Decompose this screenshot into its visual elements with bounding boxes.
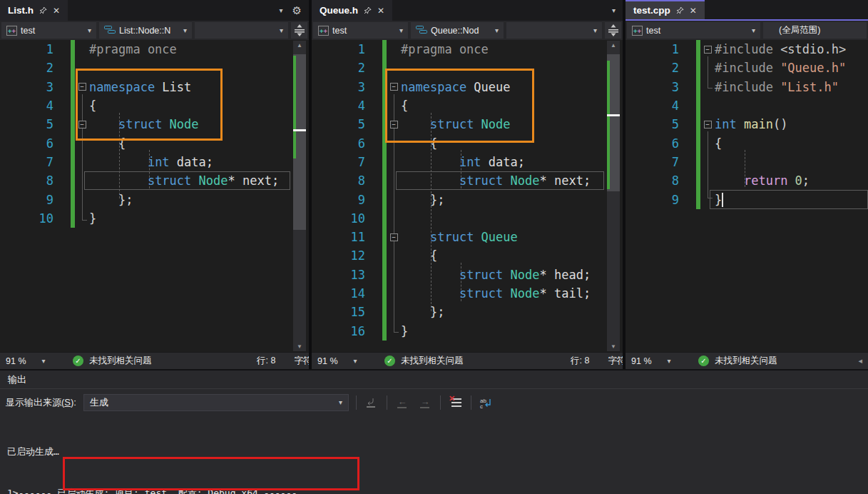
- line-number[interactable]: 3: [312, 80, 365, 94]
- split-editor-button[interactable]: [605, 22, 621, 39]
- line-number[interactable]: 4: [312, 99, 365, 113]
- line-number[interactable]: 6: [626, 136, 679, 151]
- fold-marker-icon[interactable]: −: [78, 83, 86, 91]
- scrollbar-up-icon[interactable]: ▲: [607, 42, 620, 49]
- tab-queue-h[interactable]: Queue.h ✕: [312, 0, 392, 21]
- code-line[interactable]: 11− struct Queue: [312, 228, 623, 246]
- pin-icon[interactable]: [676, 6, 684, 14]
- project-dropdown[interactable]: ++ test ▾: [313, 22, 408, 39]
- line-number[interactable]: 6: [0, 136, 53, 151]
- zoom-dropdown[interactable]: 91 %▾: [6, 356, 54, 366]
- code-line[interactable]: 4: [626, 96, 868, 115]
- code-line[interactable]: 5− struct Node: [0, 115, 309, 133]
- tab-list-h[interactable]: List.h ✕: [0, 0, 68, 21]
- close-icon[interactable]: ✕: [53, 6, 60, 16]
- close-icon[interactable]: ✕: [377, 6, 384, 16]
- code-line[interactable]: 2: [312, 59, 623, 77]
- line-number[interactable]: 1: [0, 42, 53, 56]
- line-number[interactable]: 5: [312, 117, 365, 131]
- fold-marker-icon[interactable]: −: [390, 83, 398, 91]
- output-log[interactable]: 已启动生成… 1>------ 已启动生成: 项目: test, 配置: Deb…: [0, 416, 868, 494]
- scope-dropdown[interactable]: Queue::Nod ▾: [411, 22, 504, 39]
- line-number[interactable]: 7: [0, 155, 53, 169]
- line-number[interactable]: 8: [626, 173, 679, 188]
- zoom-dropdown[interactable]: 91 %▾: [631, 356, 680, 366]
- project-dropdown[interactable]: ++ test ▾: [1, 22, 96, 39]
- clear-all-button[interactable]: ✕: [448, 395, 464, 410]
- pin-icon[interactable]: [39, 6, 47, 14]
- scrollbar-down-icon[interactable]: ▼: [293, 343, 306, 350]
- code-line[interactable]: 6 {: [0, 133, 309, 152]
- code-line[interactable]: 3−namespace Queue: [312, 78, 623, 96]
- line-number[interactable]: 8: [0, 173, 53, 188]
- line-number[interactable]: 15: [312, 305, 365, 319]
- code-line[interactable]: 6{: [626, 133, 868, 152]
- pin-icon[interactable]: [364, 6, 372, 14]
- chevron-down-icon[interactable]: ▾: [612, 7, 616, 14]
- line-number[interactable]: 16: [312, 324, 365, 338]
- goto-message-button[interactable]: [364, 395, 379, 410]
- fold-marker-icon[interactable]: −: [704, 121, 712, 128]
- close-icon[interactable]: ✕: [690, 6, 697, 16]
- code-editor[interactable]: 1#pragma once23−namespace Queue4{5− stru…: [312, 40, 623, 352]
- scrollbar-up-icon[interactable]: ▲: [293, 42, 306, 49]
- project-dropdown[interactable]: ++ test ▾: [627, 22, 760, 39]
- line-number[interactable]: 7: [626, 155, 679, 169]
- health-indicator[interactable]: ✓未找到相关问题: [73, 355, 152, 367]
- line-number[interactable]: 14: [312, 286, 365, 301]
- code-line[interactable]: 13 struct Node* head;: [312, 266, 623, 284]
- code-editor[interactable]: 1−#include <stdio.h>2#include "Queue.h"3…: [626, 40, 868, 352]
- code-line[interactable]: 10: [312, 209, 623, 228]
- chevron-down-icon[interactable]: ▾: [280, 7, 283, 14]
- line-number[interactable]: 12: [312, 248, 365, 263]
- fold-marker-icon[interactable]: −: [390, 233, 398, 241]
- scope-dropdown[interactable]: (全局范围): [763, 22, 867, 39]
- code-line[interactable]: 10}: [0, 209, 309, 228]
- scrollbar-down-icon[interactable]: ▼: [607, 343, 620, 350]
- line-number[interactable]: 3: [0, 80, 53, 94]
- fold-marker-icon[interactable]: −: [704, 46, 712, 54]
- code-editor[interactable]: 1#pragma once23−namespace List4{5− struc…: [0, 40, 309, 352]
- line-number[interactable]: 9: [0, 193, 53, 207]
- code-line[interactable]: 3#include "List.h": [626, 78, 868, 96]
- line-number[interactable]: 3: [626, 80, 679, 94]
- line-number[interactable]: 7: [312, 155, 365, 169]
- code-line[interactable]: 6 {: [312, 133, 623, 152]
- health-indicator[interactable]: ✓未找到相关问题: [384, 355, 464, 367]
- code-line[interactable]: 7: [626, 153, 868, 171]
- code-line[interactable]: 16}: [312, 321, 623, 340]
- line-number[interactable]: 13: [312, 268, 365, 282]
- word-wrap-button[interactable]: abc: [479, 395, 494, 410]
- code-line[interactable]: 9 };: [0, 190, 309, 208]
- code-line[interactable]: 8 struct Node* next;: [0, 171, 309, 190]
- code-line[interactable]: 2#include "Queue.h": [626, 59, 868, 77]
- scroll-left-icon[interactable]: ◂: [858, 356, 862, 366]
- line-number[interactable]: 10: [312, 211, 365, 226]
- code-line[interactable]: 12 {: [312, 246, 623, 265]
- split-editor-button[interactable]: [291, 22, 307, 39]
- code-line[interactable]: 4{: [312, 96, 623, 115]
- next-message-button[interactable]: →: [417, 395, 433, 410]
- line-number[interactable]: 11: [312, 230, 365, 244]
- code-line[interactable]: 5− struct Node: [312, 115, 623, 133]
- vertical-scrollbar[interactable]: ▲ ▼: [293, 41, 306, 351]
- line-number[interactable]: 4: [626, 99, 679, 113]
- line-number[interactable]: 2: [626, 61, 679, 75]
- code-line[interactable]: 7 int data;: [312, 153, 623, 171]
- member-dropdown[interactable]: ▾: [195, 22, 288, 39]
- line-number[interactable]: 9: [626, 193, 679, 207]
- code-line[interactable]: 8 struct Node* next;: [312, 171, 623, 190]
- code-line[interactable]: 5−int main(): [626, 115, 868, 133]
- code-line[interactable]: 3−namespace List: [0, 78, 309, 96]
- code-line[interactable]: 9}: [626, 190, 868, 208]
- vertical-scrollbar[interactable]: ▲ ▼: [607, 41, 620, 351]
- code-line[interactable]: 8 return 0;: [626, 171, 868, 190]
- fold-marker-icon[interactable]: −: [390, 121, 398, 128]
- code-line[interactable]: 14 struct Node* tail;: [312, 284, 623, 303]
- code-line[interactable]: 9 };: [312, 190, 623, 208]
- code-line[interactable]: 1#pragma once: [312, 40, 623, 59]
- code-line[interactable]: 2: [0, 59, 309, 77]
- line-number[interactable]: 1: [312, 42, 365, 56]
- line-number[interactable]: 5: [0, 117, 53, 131]
- gear-icon[interactable]: ⚙: [292, 5, 302, 16]
